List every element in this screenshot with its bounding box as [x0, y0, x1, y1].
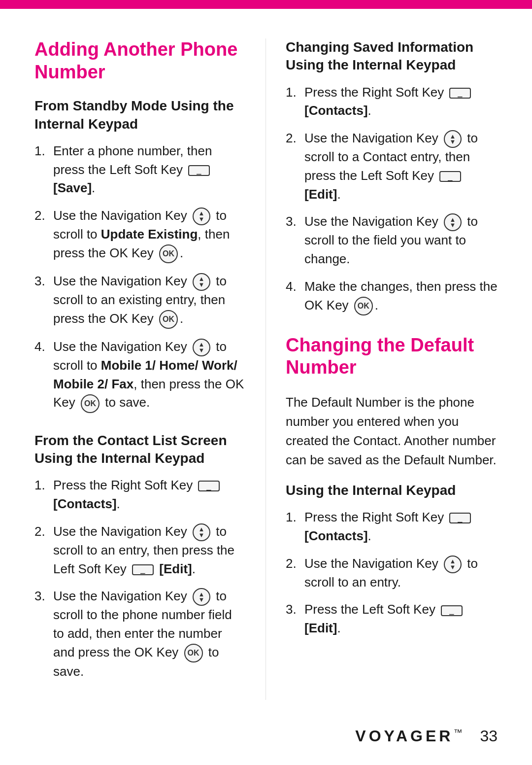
soft-key-icon: ⎯	[439, 171, 461, 182]
ok-key-icon: OK	[354, 297, 373, 315]
default-number-description: The Default Number is the phone number y…	[286, 393, 498, 470]
list-item: 1. Press the Right Soft Key ⎯ [Contacts]…	[286, 83, 498, 120]
list-number: 3.	[286, 212, 304, 231]
ok-key-icon: OK	[81, 394, 100, 413]
changing-default-section: Changing the Default Number The Default …	[286, 334, 498, 638]
soft-key-icon: ⎯	[132, 564, 154, 575]
list-text: Make the changes, then press the OK Key …	[304, 278, 498, 315]
soft-key-icon: ⎯	[449, 88, 471, 99]
ok-key-icon: OK	[159, 244, 178, 263]
list-number: 2.	[286, 555, 304, 573]
list-text: Press the Right Soft Key ⎯ [Contacts].	[304, 83, 498, 120]
page-number: 33	[480, 727, 498, 745]
footer: VOYAGER™ 33	[0, 727, 532, 745]
contact-list-section: From the Contact List Screen Using the I…	[34, 432, 246, 681]
main-title-left: Adding Another Phone Number	[34, 38, 246, 83]
ok-key-icon: OK	[159, 310, 178, 329]
list-text: Enter a phone number, then press the Lef…	[53, 142, 246, 198]
contact-list-subtitle: From the Contact List Screen Using the I…	[34, 432, 246, 468]
nav-key-icon: ▲▼	[444, 130, 462, 148]
soft-key-icon: ⎯	[188, 165, 210, 176]
brand-tm: ™	[453, 728, 465, 737]
list-number: 3.	[34, 587, 53, 606]
soft-key-icon: ⎯	[441, 605, 463, 616]
nav-key-icon: ▲▼	[444, 213, 462, 231]
list-item: 4. Make the changes, then press the OK K…	[286, 278, 498, 315]
list-item: 3. Use the Navigation Key ▲▼ to scroll t…	[286, 212, 498, 269]
soft-key-icon: ⎯	[449, 513, 471, 523]
list-number: 1.	[286, 83, 304, 102]
list-item: 3. Use the Navigation Key ▲▼ to scroll t…	[34, 587, 246, 681]
right-column: Changing Saved Information Using the Int…	[266, 38, 498, 700]
top-bar	[0, 0, 532, 9]
ok-key-icon: OK	[184, 644, 203, 662]
list-number: 2.	[34, 207, 53, 225]
list-number: 2.	[34, 522, 53, 541]
list-number: 4.	[34, 338, 53, 356]
soft-key-icon: ⎯	[198, 481, 220, 491]
list-item: 2. Use the Navigation Key ▲▼ to scroll t…	[286, 129, 498, 204]
list-item: 3. Press the Left Soft Key ⎯ [Edit].	[286, 600, 498, 637]
list-number: 4.	[286, 278, 304, 296]
list-text: Use the Navigation Key ▲▼ to scroll to a…	[304, 129, 498, 204]
list-item: 2. Use the Navigation Key ▲▼ to scroll t…	[286, 555, 498, 592]
standby-subtitle: From Standby Mode Using the Internal Key…	[34, 97, 246, 133]
footer-brand: VOYAGER™ 33	[355, 727, 498, 745]
contact-list-list: 1. Press the Right Soft Key ⎯ [Contacts]…	[34, 476, 246, 681]
standby-list: 1. Enter a phone number, then press the …	[34, 142, 246, 413]
nav-key-icon: ▲▼	[193, 208, 210, 225]
list-text: Press the Left Soft Key ⎯ [Edit].	[304, 600, 498, 637]
using-internal-keypad-subtitle: Using the Internal Keypad	[286, 482, 498, 499]
changing-saved-subtitle: Changing Saved Information Using the Int…	[286, 38, 498, 74]
list-text: Use the Navigation Key ▲▼ to scroll to a…	[53, 522, 246, 579]
list-number: 3.	[34, 272, 53, 291]
nav-key-icon: ▲▼	[444, 556, 462, 573]
list-number: 3.	[286, 600, 304, 619]
list-number: 1.	[286, 508, 304, 527]
list-item: 4. Use the Navigation Key ▲▼ to scroll t…	[34, 338, 246, 413]
list-item: 1. Press the Right Soft Key ⎯ [Contacts]…	[286, 508, 498, 545]
using-internal-keypad-list: 1. Press the Right Soft Key ⎯ [Contacts]…	[286, 508, 498, 638]
list-number: 1.	[34, 476, 53, 495]
nav-key-icon: ▲▼	[193, 588, 210, 606]
list-text: Use the Navigation Key ▲▼ to scroll to t…	[53, 587, 246, 681]
list-text: Use the Navigation Key ▲▼ to scroll to a…	[53, 272, 246, 329]
list-text: Use the Navigation Key ▲▼ to scroll to a…	[304, 555, 498, 592]
nav-key-icon: ▲▼	[193, 339, 210, 356]
list-text: Press the Right Soft Key ⎯ [Contacts].	[53, 476, 246, 513]
nav-key-icon: ▲▼	[193, 273, 210, 291]
list-item: 2. Use the Navigation Key ▲▼ to scroll t…	[34, 522, 246, 579]
list-item: 1. Enter a phone number, then press the …	[34, 142, 246, 198]
list-number: 1.	[34, 142, 53, 161]
nav-key-icon: ▲▼	[193, 523, 210, 541]
main-title-right: Changing the Default Number	[286, 334, 498, 379]
list-item: 2. Use the Navigation Key ▲▼ to scroll t…	[34, 207, 246, 263]
left-column: Adding Another Phone Number From Standby…	[34, 38, 266, 700]
list-text: Use the Navigation Key ▲▼ to scroll to t…	[304, 212, 498, 269]
brand-name: VOYAGER™	[355, 727, 465, 745]
list-text: Use the Navigation Key ▲▼ to scroll to U…	[53, 207, 246, 263]
changing-saved-section: Changing Saved Information Using the Int…	[286, 38, 498, 315]
list-item: 1. Press the Right Soft Key ⎯ [Contacts]…	[34, 476, 246, 513]
list-text: Press the Right Soft Key ⎯ [Contacts].	[304, 508, 498, 545]
list-item: 3. Use the Navigation Key ▲▼ to scroll t…	[34, 272, 246, 329]
standby-section: From Standby Mode Using the Internal Key…	[34, 97, 246, 413]
list-number: 2.	[286, 129, 304, 148]
changing-saved-list: 1. Press the Right Soft Key ⎯ [Contacts]…	[286, 83, 498, 315]
list-text: Use the Navigation Key ▲▼ to scroll to M…	[53, 338, 246, 413]
